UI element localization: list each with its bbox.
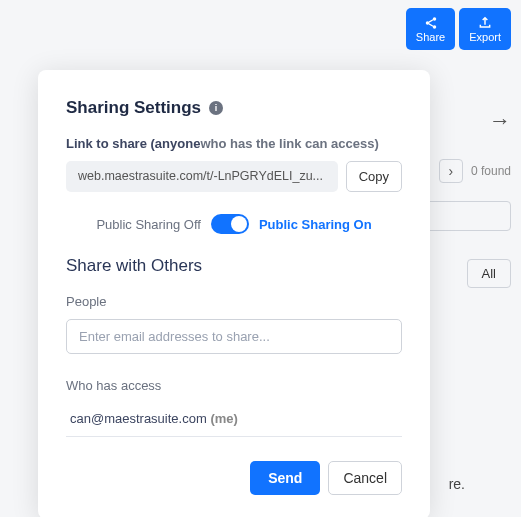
copy-button[interactable]: Copy [346, 161, 402, 192]
arrow-right-icon[interactable]: → [489, 108, 511, 134]
svg-point-1 [425, 21, 429, 25]
modal-footer: Send Cancel [66, 461, 402, 495]
send-button[interactable]: Send [250, 461, 320, 495]
access-me-tag: (me) [210, 411, 237, 426]
link-label-bold: (anyone [151, 136, 201, 151]
access-row: can@maestrasuite.com (me) [66, 403, 402, 437]
results-count: 0 found [471, 164, 511, 178]
public-sharing-toggle-row: Public Sharing Off Public Sharing On [66, 214, 402, 234]
chevron-right-icon[interactable]: › [439, 159, 463, 183]
share-others-title: Share with Others [66, 256, 402, 276]
sharing-modal: Sharing Settings i Link to share (anyone… [38, 70, 430, 517]
export-button[interactable]: Export [459, 8, 511, 50]
top-bar: Share Export [406, 8, 511, 50]
people-label: People [66, 294, 402, 309]
share-button[interactable]: Share [406, 8, 455, 50]
bg-text-fragment: re. [449, 476, 465, 492]
access-email: can@maestrasuite.com [70, 411, 207, 426]
all-button[interactable]: All [467, 259, 511, 288]
toggle-on-label: Public Sharing On [259, 217, 372, 232]
share-icon [423, 16, 439, 30]
svg-point-0 [432, 17, 436, 21]
link-label-prefix: Link to share [66, 136, 151, 151]
info-icon[interactable]: i [209, 101, 223, 115]
people-email-input[interactable] [66, 319, 402, 354]
modal-title: Sharing Settings [66, 98, 201, 118]
link-row: web.maestrasuite.com/t/-LnPGRYdELI_zu...… [66, 161, 402, 192]
modal-title-row: Sharing Settings i [66, 98, 402, 118]
toggle-off-label: Public Sharing Off [96, 217, 201, 232]
cancel-button[interactable]: Cancel [328, 461, 402, 495]
share-url-box[interactable]: web.maestrasuite.com/t/-LnPGRYdELI_zu... [66, 161, 338, 192]
link-label-rest: who has the link can access) [200, 136, 378, 151]
access-label: Who has access [66, 378, 402, 393]
link-label: Link to share (anyonewho has the link ca… [66, 136, 402, 151]
share-button-label: Share [416, 31, 445, 43]
export-button-label: Export [469, 31, 501, 43]
export-icon [477, 16, 493, 30]
svg-point-2 [432, 25, 436, 29]
public-sharing-toggle[interactable] [211, 214, 249, 234]
